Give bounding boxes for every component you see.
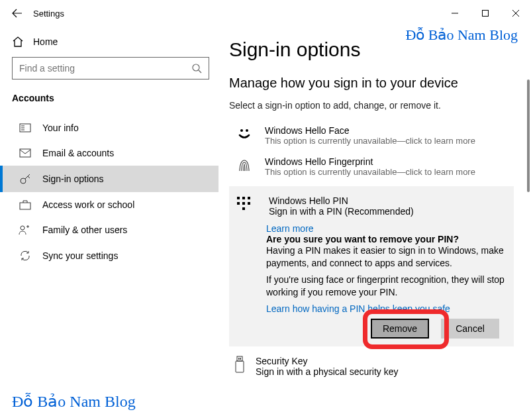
sidebar-item-email[interactable]: Email & accounts	[0, 140, 218, 166]
sidebar-home[interactable]: Home	[12, 29, 209, 57]
sidebar-item-family[interactable]: Family & other users	[0, 217, 218, 242]
people-icon	[19, 225, 32, 235]
titlebar: Settings	[0, 0, 531, 26]
search-input[interactable]	[19, 63, 191, 74]
option-sub: This option is currently unavailable—cli…	[265, 136, 475, 146]
pin-safe-link[interactable]: Learn how having a PIN helps keep you sa…	[266, 303, 505, 315]
page-subhead: Manage how you sign in to your device	[229, 76, 514, 91]
sidebar-item-your-info[interactable]: Your info	[0, 115, 218, 140]
option-fingerprint[interactable]: Windows Hello Fingerprint This option is…	[229, 151, 514, 182]
svg-rect-18	[238, 358, 240, 360]
maximize-button[interactable]	[470, 3, 501, 24]
sidebar-section: Accounts	[12, 93, 209, 103]
option-title: Windows Hello PIN	[269, 195, 414, 206]
svg-point-4	[21, 178, 26, 184]
svg-rect-0	[483, 11, 489, 17]
remove-pin-confirm: Are you sure you want to remove your PIN…	[266, 234, 505, 244]
remove-pin-text1: Having a PIN makes it easier to sign in …	[266, 244, 505, 270]
svg-rect-3	[20, 149, 30, 157]
id-card-icon	[19, 123, 32, 132]
key-icon	[19, 173, 32, 185]
window-title: Settings	[26, 9, 64, 19]
close-button[interactable]	[501, 3, 531, 24]
option-pin[interactable]: Windows Hello PIN Sign in with a PIN (Re…	[233, 193, 505, 223]
option-pin-expanded: Windows Hello PIN Sign in with a PIN (Re…	[229, 186, 514, 346]
option-security-key[interactable]: Security Key Sign in with a physical sec…	[229, 346, 514, 377]
sync-icon	[19, 250, 32, 262]
svg-rect-9	[237, 197, 240, 199]
sidebar-item-work[interactable]: Access work or school	[0, 192, 218, 217]
svg-rect-16	[237, 356, 242, 361]
sidebar-home-label: Home	[33, 36, 58, 47]
svg-rect-5	[20, 203, 30, 209]
svg-point-8	[246, 129, 248, 132]
watermark: Đỗ Bảo Nam Blog	[405, 26, 518, 44]
fingerprint-icon	[234, 156, 254, 177]
svg-rect-10	[242, 197, 245, 199]
option-face[interactable]: Windows Hello Face This option is curren…	[229, 120, 514, 151]
svg-rect-12	[237, 202, 240, 205]
svg-rect-13	[242, 202, 245, 205]
sidebar-item-label: Your info	[42, 123, 79, 133]
option-sub: Sign in with a physical security key	[256, 366, 399, 377]
sidebar-item-label: Access work or school	[42, 199, 134, 210]
option-title: Windows Hello Fingerprint	[265, 156, 475, 167]
close-icon	[512, 9, 520, 17]
mail-icon	[19, 148, 32, 158]
svg-rect-15	[242, 207, 245, 210]
remove-button[interactable]: Remove	[371, 319, 429, 339]
svg-rect-19	[240, 358, 242, 360]
minimize-icon	[451, 9, 459, 17]
option-title: Windows Hello Face	[265, 125, 475, 136]
sidebar-item-label: Email & accounts	[42, 148, 114, 158]
option-sub: Sign in with a PIN (Recommended)	[269, 206, 414, 217]
minimize-button[interactable]	[440, 3, 470, 24]
option-sub: This option is currently unavailable—cli…	[265, 167, 475, 177]
briefcase-icon	[19, 199, 32, 210]
maximize-icon	[481, 9, 489, 17]
scrollbar[interactable]	[527, 79, 530, 192]
keypad-icon	[236, 195, 258, 217]
svg-point-6	[21, 226, 24, 230]
watermark: Đỗ Bảo Nam Blog	[12, 392, 136, 411]
svg-point-7	[240, 129, 243, 132]
svg-rect-17	[236, 361, 244, 372]
svg-rect-11	[248, 197, 250, 199]
usb-key-icon	[234, 356, 245, 377]
option-title: Security Key	[256, 356, 399, 366]
search-box[interactable]	[12, 57, 209, 79]
sidebar-item-label: Sign-in options	[42, 174, 104, 184]
remove-pin-text2: If you're using face or fingerprint reco…	[266, 274, 505, 299]
content-pane: Sign-in options Manage how you sign in t…	[218, 26, 531, 420]
learn-more-link[interactable]: Learn more	[266, 223, 505, 234]
svg-rect-14	[248, 202, 250, 205]
sidebar-item-label: Sync your settings	[42, 250, 118, 261]
cancel-button[interactable]: Cancel	[441, 319, 499, 339]
sidebar-item-signin[interactable]: Sign-in options	[0, 166, 218, 192]
home-icon	[12, 36, 24, 48]
sidebar: Home Accounts Your info Email & accounts…	[0, 26, 218, 420]
sidebar-item-label: Family & other users	[42, 225, 127, 235]
arrow-left-icon	[12, 8, 23, 19]
svg-point-1	[193, 64, 199, 71]
face-icon	[234, 125, 254, 146]
search-icon	[191, 63, 202, 74]
page-desc: Select a sign-in option to add, change, …	[229, 100, 514, 111]
sidebar-item-sync[interactable]: Sync your settings	[0, 242, 218, 269]
back-button[interactable]	[8, 8, 26, 19]
